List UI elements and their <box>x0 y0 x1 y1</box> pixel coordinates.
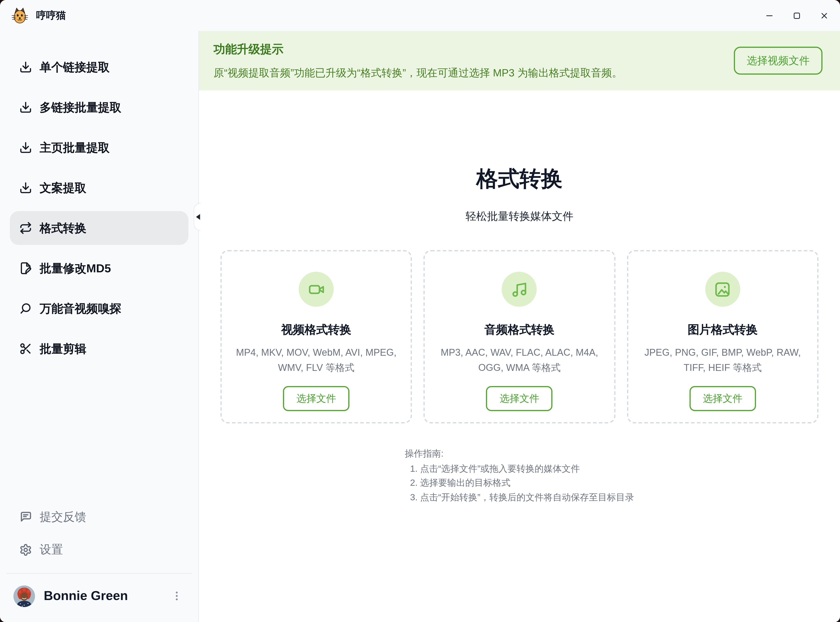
minimize-icon[interactable] <box>765 11 774 20</box>
main-content: 功能升级提示 原“视频提取音频”功能已升级为“格式转换”，现在可通过选择 MP3… <box>199 31 840 622</box>
dots-vertical-icon[interactable] <box>169 588 185 604</box>
card-video-convert: 视频格式转换 MP4, MKV, MOV, WebM, AVI, MPEG, W… <box>220 250 412 424</box>
sidebar-spacer <box>10 372 188 501</box>
sidebar-item-label: 提交反馈 <box>40 509 86 525</box>
sidebar-item-single-link-extract[interactable]: 单个链接提取 <box>10 50 188 84</box>
guide-step: 1. 点击“选择文件”或拖入要转换的媒体文件 <box>410 462 634 476</box>
video-icon <box>299 272 334 307</box>
page-subtitle: 轻松批量转换媒体文件 <box>199 209 840 224</box>
card-title: 图片格式转换 <box>641 322 805 338</box>
card-title: 视频格式转换 <box>235 322 398 338</box>
image-icon <box>705 272 740 307</box>
scissors-icon <box>19 342 32 355</box>
stage: 哼哼猫 单个链接提取 <box>0 0 840 622</box>
select-video-file-button[interactable]: 选择视频文件 <box>734 47 823 75</box>
banner-title: 功能升级提示 <box>214 41 622 57</box>
search-icon <box>19 302 32 315</box>
sidebar-collapse-handle[interactable] <box>194 203 201 231</box>
sidebar-item-multi-link-batch-extract[interactable]: 多链接批量提取 <box>10 90 188 124</box>
close-icon[interactable] <box>820 11 829 20</box>
page-title: 格式转换 <box>199 166 840 192</box>
repeat-icon <box>19 222 32 235</box>
download-icon <box>19 181 32 194</box>
sidebar-item-feedback[interactable]: 提交反馈 <box>10 501 188 534</box>
guide-heading: 操作指南: <box>405 447 634 461</box>
gear-icon <box>19 543 32 556</box>
sidebar-item-label: 主页批量提取 <box>40 140 110 156</box>
maximize-icon[interactable] <box>792 11 802 20</box>
card-image-convert: 图片格式转换 JPEG, PNG, GIF, BMP, WebP, RAW, T… <box>627 250 819 424</box>
card-formats: MP4, MKV, MOV, WebM, AVI, MPEG, WMV, FLV… <box>235 345 398 375</box>
user-name: Bonnie Green <box>44 588 128 604</box>
download-icon <box>19 101 32 114</box>
chevron-left-icon <box>196 214 200 220</box>
guide-step: 2. 选择要输出的目标格式 <box>410 476 634 490</box>
sidebar-item-copy-extract[interactable]: 文案提取 <box>10 171 188 205</box>
file-pen-icon <box>19 262 32 274</box>
upgrade-banner: 功能升级提示 原“视频提取音频”功能已升级为“格式转换”，现在可通过选择 MP3… <box>199 31 840 90</box>
feedback-icon <box>19 511 32 523</box>
sidebar-item-batch-edit[interactable]: 批量剪辑 <box>10 332 188 366</box>
sidebar-item-label: 单个链接提取 <box>40 59 110 75</box>
avatar <box>14 585 35 607</box>
banner-body: 原“视频提取音频”功能已升级为“格式转换”，现在可通过选择 MP3 为输出格式提… <box>214 66 622 80</box>
card-formats: MP3, AAC, WAV, FLAC, ALAC, M4A, OGG, WMA… <box>438 345 601 375</box>
sidebar-item-label: 万能音视频嗅探 <box>40 301 121 316</box>
sidebar-item-label: 文案提取 <box>40 180 86 196</box>
sidebar-item-label: 格式转换 <box>40 220 86 236</box>
conversion-cards: 视频格式转换 MP4, MKV, MOV, WebM, AVI, MPEG, W… <box>220 250 819 424</box>
card-formats: JPEG, PNG, GIF, BMP, WebP, RAW, TIFF, HE… <box>641 345 805 375</box>
app-logo-cat-icon <box>11 7 29 24</box>
title-bar: 哼哼猫 <box>0 0 840 31</box>
music-icon <box>502 272 537 307</box>
sidebar-item-label: 设置 <box>40 542 63 558</box>
app-body: 单个链接提取 多链接批量提取 主页批量提取 <box>0 31 840 622</box>
sidebar-item-homepage-batch-extract[interactable]: 主页批量提取 <box>10 131 188 165</box>
card-audio-convert: 音频格式转换 MP3, AAC, WAV, FLAC, ALAC, M4A, O… <box>424 250 615 424</box>
select-file-button-audio[interactable]: 选择文件 <box>486 386 553 411</box>
app-title: 哼哼猫 <box>36 9 66 22</box>
window-controls <box>765 11 829 20</box>
sidebar-divider <box>6 573 192 573</box>
sidebar: 单个链接提取 多链接批量提取 主页批量提取 <box>0 31 199 622</box>
operation-guide: 操作指南: 1. 点击“选择文件”或拖入要转换的媒体文件 2. 选择要输出的目标… <box>199 447 840 505</box>
user-profile-row[interactable]: Bonnie Green <box>10 585 188 607</box>
sidebar-item-format-convert[interactable]: 格式转换 <box>10 211 188 245</box>
sidebar-item-settings[interactable]: 设置 <box>10 534 188 566</box>
card-title: 音频格式转换 <box>438 322 601 338</box>
sidebar-item-label: 多链接批量提取 <box>40 99 121 115</box>
download-icon <box>19 141 32 154</box>
app-window: 哼哼猫 单个链接提取 <box>0 0 840 622</box>
hero: 格式转换 轻松批量转换媒体文件 <box>199 90 840 224</box>
select-file-button-video[interactable]: 选择文件 <box>283 386 350 411</box>
download-icon <box>19 61 32 73</box>
select-file-button-image[interactable]: 选择文件 <box>689 386 756 411</box>
sidebar-item-batch-modify-md5[interactable]: 批量修改MD5 <box>10 252 188 285</box>
sidebar-item-label: 批量剪辑 <box>40 341 86 357</box>
sidebar-item-universal-av-sniffer[interactable]: 万能音视频嗅探 <box>10 291 188 325</box>
sidebar-item-label: 批量修改MD5 <box>40 261 111 276</box>
banner-text: 功能升级提示 原“视频提取音频”功能已升级为“格式转换”，现在可通过选择 MP3… <box>214 41 622 80</box>
guide-step: 3. 点击“开始转换”，转换后的文件将自动保存至目标目录 <box>410 490 634 505</box>
